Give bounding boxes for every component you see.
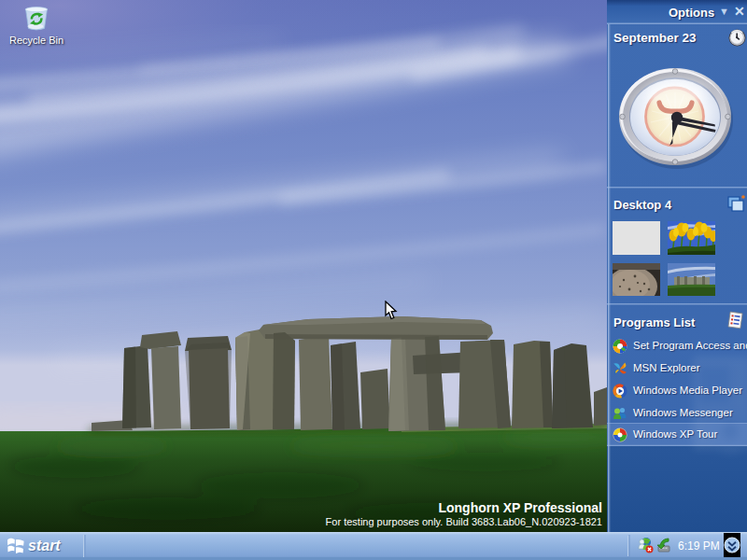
svg-text:start: start (28, 538, 61, 553)
svg-text:6:19 PM: 6:19 PM (678, 539, 720, 553)
